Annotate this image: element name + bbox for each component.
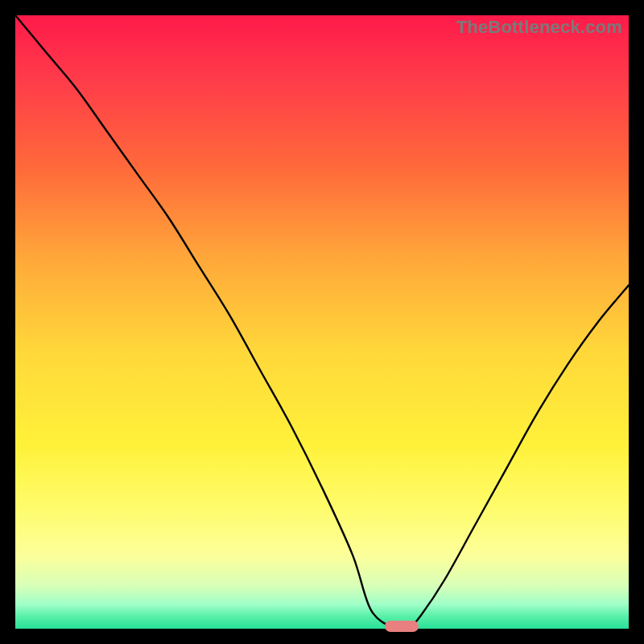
chart-frame: TheBottleneck.com <box>0 0 644 644</box>
bottleneck-curve <box>15 15 629 629</box>
plot-area: TheBottleneck.com <box>15 15 629 629</box>
optimal-marker <box>385 621 419 632</box>
